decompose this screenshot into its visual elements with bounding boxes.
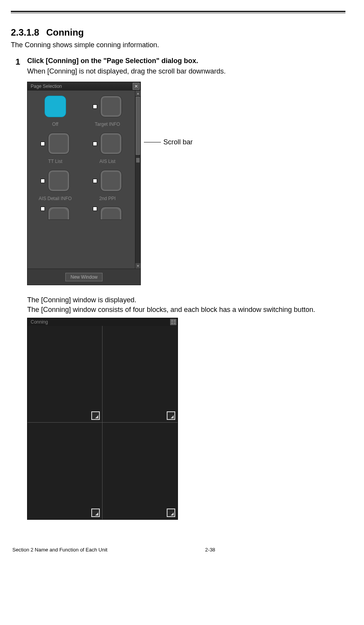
section-lead: The Conning shows simple conning informa…	[11, 41, 345, 49]
page-top-rule	[11, 11, 345, 13]
conning-titlebar: Conning	[27, 318, 178, 326]
radio-icon	[41, 179, 45, 183]
conning-block	[103, 423, 178, 519]
thumb-icon	[48, 133, 70, 154]
page-item-ais-detail-info[interactable]: AIS Detail INFO	[30, 167, 80, 202]
thumb-icon	[100, 96, 122, 117]
window-switch-button[interactable]	[91, 509, 100, 517]
result-text-2: The [Conning] window consists of four bl…	[27, 306, 345, 314]
step-title: Click [Conning] on the "Page Selection" …	[27, 57, 345, 65]
page-item-2nd-ppi[interactable]: 2nd PPI	[82, 167, 133, 202]
thumb-icon	[100, 170, 122, 192]
conning-block	[103, 326, 178, 423]
page-item-label: TT List	[48, 159, 62, 165]
window-switch-button[interactable]	[167, 509, 175, 517]
section-number: 2.3.1.8	[11, 27, 39, 38]
footer-section: Section 2 Name and Function of Each Unit	[12, 547, 108, 553]
page-item-off[interactable]: Off	[30, 93, 80, 128]
window-switch-button[interactable]	[91, 411, 100, 420]
page-item-ais-list[interactable]: AIS List	[82, 130, 133, 165]
thumb-icon	[100, 133, 122, 154]
dialog-title: Page Selection	[31, 84, 62, 89]
result-text-1: The [Conning] window is displayed.	[27, 296, 345, 304]
scroll-down-icon[interactable]: ▼	[135, 263, 140, 269]
thumb-icon	[100, 207, 122, 220]
scrollbar-notch	[136, 158, 140, 163]
grid-icon[interactable]	[170, 319, 176, 325]
scrollbar-callout: Scroll bar	[144, 138, 193, 146]
page-item-partial[interactable]	[82, 204, 133, 220]
page-item-label: AIS Detail INFO	[39, 196, 72, 202]
page-item-label: Target INFO	[95, 122, 120, 128]
page-item-target-info[interactable]: Target INFO	[82, 93, 133, 128]
conning-block	[27, 423, 103, 519]
section-title: Conning	[46, 27, 84, 38]
step-note: When [Conning] is not displayed, drag th…	[27, 67, 345, 75]
page-item-label: 2nd PPI	[99, 196, 116, 202]
radio-icon	[41, 142, 45, 146]
page-item-partial[interactable]	[30, 204, 80, 220]
callout-line	[144, 142, 161, 142]
footer-page: 2-38	[205, 547, 215, 553]
page-item-label: Off	[52, 122, 58, 128]
page-item-tt-list[interactable]: TT List	[30, 130, 80, 165]
window-switch-button[interactable]	[167, 411, 175, 420]
thumb-icon	[48, 170, 70, 192]
page-item-label: AIS List	[99, 159, 115, 165]
page-selection-dialog: Page Selection ✕ Off	[27, 82, 141, 285]
scroll-up-icon[interactable]: ▲	[135, 91, 140, 96]
conning-title: Conning	[31, 319, 48, 325]
scrollbar[interactable]: ▲ ▼	[135, 91, 140, 269]
scrollbar-thumb[interactable]	[136, 97, 140, 155]
conning-block	[27, 326, 103, 423]
step-number: 1	[15, 58, 20, 520]
section-heading: 2.3.1.8Conning	[11, 27, 345, 38]
new-window-button[interactable]: New Window	[65, 273, 103, 281]
radio-icon	[93, 207, 97, 211]
radio-icon	[93, 179, 97, 183]
page-selection-grid: Off Target INFO	[27, 91, 135, 269]
conning-body	[27, 326, 178, 519]
thumb-icon	[48, 207, 70, 220]
dialog-titlebar: Page Selection ✕	[27, 82, 140, 91]
conning-window: Conning	[27, 318, 178, 520]
close-icon[interactable]: ✕	[133, 83, 140, 90]
radio-icon	[93, 104, 97, 109]
page-footer: Section 2 Name and Function of Each Unit…	[11, 547, 345, 553]
callout-label: Scroll bar	[163, 138, 193, 146]
thumb-off-icon	[44, 96, 66, 117]
radio-icon	[93, 142, 97, 146]
radio-icon	[41, 207, 45, 211]
